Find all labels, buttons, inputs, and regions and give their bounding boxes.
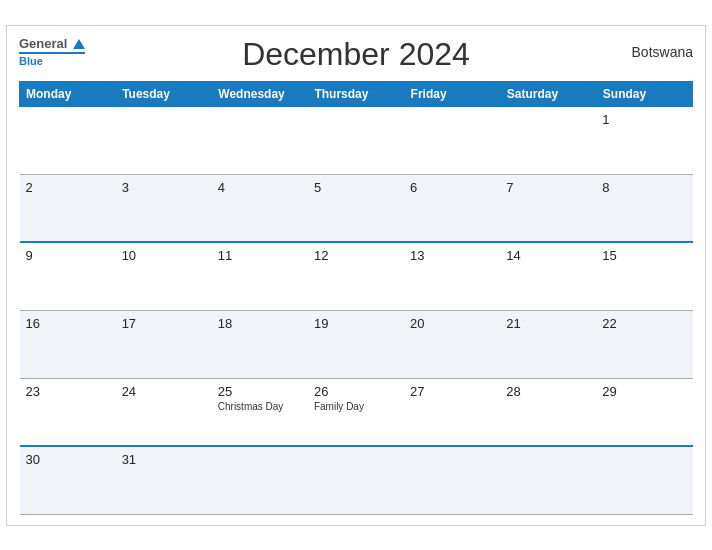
day-number: 6 [410,180,494,195]
header-saturday: Saturday [500,81,596,106]
calendar-cell [212,446,308,514]
calendar-cell: 9 [20,242,116,310]
calendar-header: General Blue December 2024 Botswana [19,36,693,73]
calendar-cell: 24 [116,378,212,446]
logo-blue-text: Blue [19,52,85,68]
calendar-cell: 25Christmas Day [212,378,308,446]
day-number: 31 [122,452,206,467]
day-number: 28 [506,384,590,399]
day-number: 29 [602,384,686,399]
logo-general-text: General [19,36,67,51]
calendar-cell: 16 [20,310,116,378]
day-number: 8 [602,180,686,195]
calendar-cell: 13 [404,242,500,310]
calendar-cell: 1 [596,106,692,174]
day-number: 11 [218,248,302,263]
day-number: 4 [218,180,302,195]
calendar-table: Monday Tuesday Wednesday Thursday Friday… [19,81,693,515]
calendar-cell: 21 [500,310,596,378]
calendar-cell: 15 [596,242,692,310]
header-monday: Monday [20,81,116,106]
calendar-cell: 2 [20,174,116,242]
day-number: 24 [122,384,206,399]
calendar-cell [308,446,404,514]
day-number: 7 [506,180,590,195]
header-friday: Friday [404,81,500,106]
day-number: 15 [602,248,686,263]
day-number: 9 [26,248,110,263]
calendar-cell: 4 [212,174,308,242]
calendar-cell [500,446,596,514]
day-number: 16 [26,316,110,331]
day-number: 5 [314,180,398,195]
logo-triangle-icon [73,39,85,49]
day-number: 26 [314,384,398,399]
calendar-cell [20,106,116,174]
calendar: General Blue December 2024 Botswana Mond… [6,25,706,526]
event-label: Christmas Day [218,401,302,412]
calendar-row-3: 16171819202122 [20,310,693,378]
calendar-cell: 27 [404,378,500,446]
day-number: 23 [26,384,110,399]
calendar-cell [404,106,500,174]
calendar-cell: 11 [212,242,308,310]
calendar-cell: 8 [596,174,692,242]
calendar-row-1: 2345678 [20,174,693,242]
day-number: 22 [602,316,686,331]
country-label: Botswana [632,44,693,60]
day-number: 17 [122,316,206,331]
calendar-row-5: 3031 [20,446,693,514]
calendar-cell: 28 [500,378,596,446]
day-number: 10 [122,248,206,263]
calendar-cell [116,106,212,174]
calendar-cell [500,106,596,174]
day-number: 1 [602,112,686,127]
calendar-cell: 31 [116,446,212,514]
calendar-cell: 17 [116,310,212,378]
calendar-cell [404,446,500,514]
calendar-row-0: 1 [20,106,693,174]
calendar-cell: 10 [116,242,212,310]
calendar-cell: 26Family Day [308,378,404,446]
day-number: 14 [506,248,590,263]
day-number: 19 [314,316,398,331]
calendar-cell: 29 [596,378,692,446]
calendar-cell: 7 [500,174,596,242]
day-number: 18 [218,316,302,331]
day-number: 12 [314,248,398,263]
day-number: 25 [218,384,302,399]
month-title: December 2024 [242,36,470,73]
calendar-body: 1234567891011121314151617181920212223242… [20,106,693,514]
day-number: 3 [122,180,206,195]
header-thursday: Thursday [308,81,404,106]
calendar-row-4: 232425Christmas Day26Family Day272829 [20,378,693,446]
logo: General Blue [19,36,85,69]
calendar-cell: 12 [308,242,404,310]
day-number: 13 [410,248,494,263]
calendar-cell: 19 [308,310,404,378]
day-number: 20 [410,316,494,331]
calendar-cell [596,446,692,514]
calendar-cell: 6 [404,174,500,242]
calendar-cell: 5 [308,174,404,242]
calendar-row-2: 9101112131415 [20,242,693,310]
event-label: Family Day [314,401,398,412]
header-tuesday: Tuesday [116,81,212,106]
header-sunday: Sunday [596,81,692,106]
calendar-cell: 22 [596,310,692,378]
calendar-cell [308,106,404,174]
day-number: 21 [506,316,590,331]
weekday-header-row: Monday Tuesday Wednesday Thursday Friday… [20,81,693,106]
day-number: 30 [26,452,110,467]
day-number: 2 [26,180,110,195]
calendar-cell [212,106,308,174]
calendar-cell: 3 [116,174,212,242]
calendar-cell: 20 [404,310,500,378]
calendar-cell: 30 [20,446,116,514]
calendar-cell: 18 [212,310,308,378]
header-wednesday: Wednesday [212,81,308,106]
calendar-cell: 23 [20,378,116,446]
day-number: 27 [410,384,494,399]
calendar-cell: 14 [500,242,596,310]
